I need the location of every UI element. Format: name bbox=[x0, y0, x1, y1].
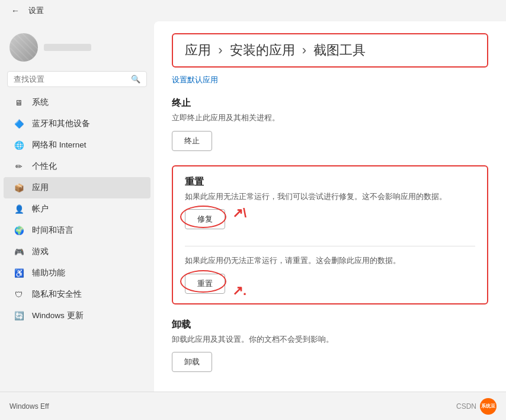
right-panel: 应用 › 安装的应用 › 截图工具 设置默认应用 终止 立即终止此应用及其相关进… bbox=[154, 21, 506, 392]
repair-desc: 如果此应用无法正常运行，我们可以尝试进行修复。这不会影响应用的数据。 bbox=[185, 191, 475, 203]
sidebar-item-accessibility[interactable]: ♿ 辅助功能 bbox=[4, 262, 150, 284]
breadcrumb-section: 应用 › 安装的应用 › 截图工具 bbox=[172, 33, 488, 68]
sidebar-item-network[interactable]: 🌐 网络和 Internet bbox=[4, 134, 150, 156]
sidebar-item-label: 隐私和安全性 bbox=[32, 289, 82, 300]
accounts-icon: 👤 bbox=[13, 203, 25, 215]
reset-divider bbox=[185, 246, 475, 246]
sidebar: 🔍 🖥 系统 🔷 蓝牙和其他设备 🌐 网络和 Internet ✏ 个性化 📦 bbox=[0, 21, 154, 392]
sidebar-item-label: 游戏 bbox=[32, 246, 49, 257]
sidebar-item-label: 帐户 bbox=[32, 204, 49, 214]
search-input[interactable] bbox=[14, 75, 127, 84]
accessibility-icon: ♿ bbox=[13, 267, 25, 279]
uninstall-section: 卸载 卸载此应用及其设置。你的文档不会受到影响。 卸载 bbox=[172, 319, 488, 373]
sidebar-item-label: 网络和 Internet bbox=[32, 140, 87, 150]
breadcrumb-sep-2: › bbox=[302, 43, 310, 57]
uninstall-button[interactable]: 卸载 bbox=[172, 352, 212, 372]
window-title: 设置 bbox=[28, 5, 44, 16]
personalization-icon: ✏ bbox=[13, 161, 25, 172]
breadcrumb-sep-1: › bbox=[218, 43, 226, 57]
back-button[interactable]: ← bbox=[7, 2, 24, 19]
title-bar: ← 设置 bbox=[0, 0, 506, 21]
sidebar-item-label: 时间和语言 bbox=[32, 225, 73, 236]
uninstall-desc: 卸载此应用及其设置。你的文档不会受到影响。 bbox=[172, 334, 488, 345]
sidebar-item-label: 应用 bbox=[32, 182, 49, 193]
sidebar-item-privacy[interactable]: 🛡 隐私和安全性 bbox=[4, 284, 150, 305]
reset-section: 重置 如果此应用无法正常运行，我们可以尝试进行修复。这不会影响应用的数据。 修复… bbox=[172, 165, 488, 304]
app-name-label: Windows Eff bbox=[9, 402, 49, 411]
system-icon: 🖥 bbox=[13, 97, 25, 108]
breadcrumb: 应用 › 安装的应用 › 截图工具 bbox=[185, 43, 366, 57]
reset-title: 重置 bbox=[185, 176, 475, 188]
gaming-icon: 🎮 bbox=[13, 246, 25, 258]
watermark: CSDN 系统豆 bbox=[456, 398, 497, 415]
csdn-label: CSDN bbox=[456, 402, 476, 411]
bluetooth-icon: 🔷 bbox=[13, 118, 25, 130]
sidebar-item-windows-update[interactable]: 🔄 Windows 更新 bbox=[4, 305, 150, 326]
privacy-icon: 🛡 bbox=[13, 288, 25, 300]
avatar bbox=[9, 33, 38, 62]
annotation-arrow-repair: ↗\ bbox=[232, 207, 246, 220]
sidebar-item-system[interactable]: 🖥 系统 bbox=[4, 92, 150, 113]
apps-icon: 📦 bbox=[13, 182, 25, 194]
sidebar-item-accounts[interactable]: 👤 帐户 bbox=[4, 198, 150, 220]
sidebar-item-apps[interactable]: 📦 应用 bbox=[4, 177, 150, 198]
windows-update-icon: 🔄 bbox=[13, 310, 25, 322]
sidebar-item-personalization[interactable]: ✏ 个性化 bbox=[4, 156, 150, 177]
sidebar-item-label: Windows 更新 bbox=[32, 310, 84, 321]
breadcrumb-part-2: 安装的应用 bbox=[230, 43, 295, 57]
default-app-link[interactable]: 设置默认应用 bbox=[172, 75, 488, 85]
reset-button[interactable]: 重置 bbox=[185, 274, 225, 294]
uninstall-title: 卸载 bbox=[172, 319, 488, 331]
logo-text: 系统豆 bbox=[481, 403, 495, 409]
logo: 系统豆 bbox=[480, 398, 497, 415]
terminate-desc: 立即终止此应用及其相关进程。 bbox=[172, 112, 488, 124]
network-icon: 🌐 bbox=[13, 139, 25, 151]
sidebar-item-label: 辅助功能 bbox=[32, 268, 65, 278]
search-icon: 🔍 bbox=[131, 75, 140, 84]
search-box[interactable]: 🔍 bbox=[7, 71, 147, 87]
back-icon: ← bbox=[11, 6, 20, 15]
terminate-title: 终止 bbox=[172, 97, 488, 110]
terminate-section: 终止 立即终止此应用及其相关进程。 终止 bbox=[172, 97, 488, 151]
terminate-button[interactable]: 终止 bbox=[172, 131, 212, 151]
sidebar-item-label: 蓝牙和其他设备 bbox=[32, 118, 90, 129]
breadcrumb-part-1: 应用 bbox=[185, 43, 211, 57]
bottom-bar: Windows Eff CSDN 系统豆 bbox=[0, 392, 506, 420]
sidebar-item-label: 系统 bbox=[32, 97, 49, 108]
sidebar-item-bluetooth[interactable]: 🔷 蓝牙和其他设备 bbox=[4, 113, 150, 134]
breadcrumb-part-3: 截图工具 bbox=[313, 43, 366, 57]
sidebar-item-time[interactable]: 🌍 时间和语言 bbox=[4, 220, 150, 241]
sidebar-item-label: 个性化 bbox=[32, 161, 57, 172]
app-window: ← 设置 🔍 🖥 系统 🔷 蓝牙和其他设备 bbox=[0, 0, 506, 420]
sidebar-item-gaming[interactable]: 🎮 游戏 bbox=[4, 241, 150, 262]
main-content: 🔍 🖥 系统 🔷 蓝牙和其他设备 🌐 网络和 Internet ✏ 个性化 📦 bbox=[0, 21, 506, 392]
time-icon: 🌍 bbox=[13, 225, 25, 236]
avatar-name-blur bbox=[44, 44, 91, 51]
annotation-arrow-reset: ↗. bbox=[232, 284, 246, 297]
reset-desc: 如果此应用仍无法正常运行，请重置。这会删除此应用的数据。 bbox=[185, 255, 475, 267]
user-avatar-section bbox=[0, 26, 154, 71]
repair-button[interactable]: 修复 bbox=[185, 209, 225, 229]
